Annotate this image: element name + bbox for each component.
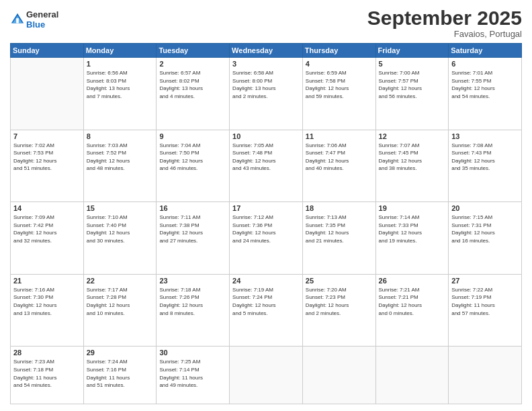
day-number: 12 xyxy=(379,132,446,140)
weekday-header-row: SundayMondayTuesdayWednesdayThursdayFrid… xyxy=(11,44,522,58)
day-number: 27 xyxy=(451,277,519,285)
calendar-cell: 12Sunrise: 7:07 AM Sunset: 7:45 PM Dayli… xyxy=(375,130,449,202)
calendar-week-4: 28Sunrise: 7:23 AM Sunset: 7:18 PM Dayli… xyxy=(11,347,522,404)
calendar-cell: 11Sunrise: 7:06 AM Sunset: 7:47 PM Dayli… xyxy=(302,130,375,202)
calendar-cell: 18Sunrise: 7:13 AM Sunset: 7:35 PM Dayli… xyxy=(302,202,375,275)
calendar-cell: 15Sunrise: 7:10 AM Sunset: 7:40 PM Dayli… xyxy=(83,202,157,275)
day-number: 21 xyxy=(13,277,81,285)
calendar-cell xyxy=(302,347,375,404)
day-info: Sunrise: 7:08 AM Sunset: 7:43 PM Dayligh… xyxy=(451,142,519,173)
day-number: 13 xyxy=(451,132,519,140)
day-number: 9 xyxy=(159,132,226,140)
day-number: 29 xyxy=(87,349,154,357)
day-info: Sunrise: 6:59 AM Sunset: 7:58 PM Dayligh… xyxy=(306,69,373,100)
calendar-cell: 28Sunrise: 7:23 AM Sunset: 7:18 PM Dayli… xyxy=(11,347,84,404)
calendar-cell: 16Sunrise: 7:11 AM Sunset: 7:38 PM Dayli… xyxy=(157,202,230,275)
weekday-header-tuesday: Tuesday xyxy=(157,44,230,58)
day-number: 2 xyxy=(159,60,226,68)
day-info: Sunrise: 7:09 AM Sunset: 7:42 PM Dayligh… xyxy=(13,214,81,244)
day-info: Sunrise: 7:25 AM Sunset: 7:14 PM Dayligh… xyxy=(159,358,226,389)
logo-blue: Blue xyxy=(26,19,58,30)
calendar-cell: 21Sunrise: 7:16 AM Sunset: 7:30 PM Dayli… xyxy=(11,274,84,347)
day-info: Sunrise: 7:12 AM Sunset: 7:36 PM Dayligh… xyxy=(232,214,300,244)
day-info: Sunrise: 7:24 AM Sunset: 7:16 PM Dayligh… xyxy=(87,358,154,389)
calendar-cell: 8Sunrise: 7:03 AM Sunset: 7:52 PM Daylig… xyxy=(83,130,157,202)
day-number: 28 xyxy=(13,349,81,357)
day-info: Sunrise: 7:22 AM Sunset: 7:19 PM Dayligh… xyxy=(451,286,519,317)
weekday-header-monday: Monday xyxy=(83,44,157,58)
calendar-cell: 9Sunrise: 7:04 AM Sunset: 7:50 PM Daylig… xyxy=(157,130,230,202)
weekday-header-saturday: Saturday xyxy=(449,44,522,58)
logo-text: General Blue xyxy=(26,9,58,30)
day-number: 24 xyxy=(232,277,300,285)
day-info: Sunrise: 7:17 AM Sunset: 7:28 PM Dayligh… xyxy=(87,286,154,317)
weekday-header-sunday: Sunday xyxy=(11,44,84,58)
logo-icon xyxy=(10,12,25,27)
day-number: 15 xyxy=(87,204,154,212)
day-info: Sunrise: 7:20 AM Sunset: 7:23 PM Dayligh… xyxy=(306,286,373,317)
day-info: Sunrise: 7:03 AM Sunset: 7:52 PM Dayligh… xyxy=(87,142,154,173)
day-info: Sunrise: 7:15 AM Sunset: 7:31 PM Dayligh… xyxy=(451,214,519,244)
day-number: 5 xyxy=(379,60,446,68)
calendar-cell: 25Sunrise: 7:20 AM Sunset: 7:23 PM Dayli… xyxy=(302,274,375,347)
calendar-cell: 22Sunrise: 7:17 AM Sunset: 7:28 PM Dayli… xyxy=(83,274,157,347)
calendar-cell xyxy=(449,347,522,404)
day-number: 3 xyxy=(232,60,300,68)
calendar-cell: 7Sunrise: 7:02 AM Sunset: 7:53 PM Daylig… xyxy=(11,130,84,202)
day-number: 20 xyxy=(451,204,519,212)
day-number: 8 xyxy=(87,132,154,140)
day-info: Sunrise: 6:58 AM Sunset: 8:00 PM Dayligh… xyxy=(232,69,300,100)
day-info: Sunrise: 7:05 AM Sunset: 7:48 PM Dayligh… xyxy=(232,142,300,173)
calendar-cell: 17Sunrise: 7:12 AM Sunset: 7:36 PM Dayli… xyxy=(230,202,303,275)
day-info: Sunrise: 7:18 AM Sunset: 7:26 PM Dayligh… xyxy=(159,286,226,317)
weekday-header-friday: Friday xyxy=(375,44,449,58)
calendar-cell xyxy=(230,347,303,404)
calendar-cell: 13Sunrise: 7:08 AM Sunset: 7:43 PM Dayli… xyxy=(449,130,522,202)
calendar-cell: 10Sunrise: 7:05 AM Sunset: 7:48 PM Dayli… xyxy=(230,130,303,202)
day-number: 25 xyxy=(306,277,373,285)
header: General Blue September 2025 Favaios, Por… xyxy=(10,7,522,39)
day-number: 7 xyxy=(13,132,81,140)
day-number: 6 xyxy=(451,60,519,68)
calendar-cell: 24Sunrise: 7:19 AM Sunset: 7:24 PM Dayli… xyxy=(230,274,303,347)
calendar-cell: 4Sunrise: 6:59 AM Sunset: 7:58 PM Daylig… xyxy=(302,58,375,130)
calendar-week-2: 14Sunrise: 7:09 AM Sunset: 7:42 PM Dayli… xyxy=(11,202,522,275)
day-info: Sunrise: 7:07 AM Sunset: 7:45 PM Dayligh… xyxy=(379,142,446,173)
calendar-cell: 3Sunrise: 6:58 AM Sunset: 8:00 PM Daylig… xyxy=(230,58,303,130)
day-info: Sunrise: 6:56 AM Sunset: 8:03 PM Dayligh… xyxy=(87,69,154,100)
day-info: Sunrise: 7:02 AM Sunset: 7:53 PM Dayligh… xyxy=(13,142,81,173)
day-info: Sunrise: 7:01 AM Sunset: 7:55 PM Dayligh… xyxy=(451,69,519,100)
weekday-header-thursday: Thursday xyxy=(302,44,375,58)
day-info: Sunrise: 7:00 AM Sunset: 7:57 PM Dayligh… xyxy=(379,69,446,100)
calendar-week-3: 21Sunrise: 7:16 AM Sunset: 7:30 PM Dayli… xyxy=(11,274,522,347)
day-info: Sunrise: 6:57 AM Sunset: 8:02 PM Dayligh… xyxy=(159,69,226,100)
calendar-cell: 2Sunrise: 6:57 AM Sunset: 8:02 PM Daylig… xyxy=(157,58,230,130)
calendar-cell: 5Sunrise: 7:00 AM Sunset: 7:57 PM Daylig… xyxy=(375,58,449,130)
day-number: 26 xyxy=(379,277,446,285)
month-title: September 2025 xyxy=(367,7,522,29)
day-info: Sunrise: 7:04 AM Sunset: 7:50 PM Dayligh… xyxy=(159,142,226,173)
svg-rect-2 xyxy=(16,18,19,23)
calendar-week-1: 7Sunrise: 7:02 AM Sunset: 7:53 PM Daylig… xyxy=(11,130,522,202)
calendar-cell xyxy=(11,58,84,130)
day-info: Sunrise: 7:19 AM Sunset: 7:24 PM Dayligh… xyxy=(232,286,300,317)
day-info: Sunrise: 7:10 AM Sunset: 7:40 PM Dayligh… xyxy=(87,214,154,244)
day-number: 4 xyxy=(306,60,373,68)
day-number: 22 xyxy=(87,277,154,285)
day-info: Sunrise: 7:23 AM Sunset: 7:18 PM Dayligh… xyxy=(13,358,81,389)
day-info: Sunrise: 7:16 AM Sunset: 7:30 PM Dayligh… xyxy=(13,286,81,317)
location: Favaios, Portugal xyxy=(367,29,522,39)
day-info: Sunrise: 7:13 AM Sunset: 7:35 PM Dayligh… xyxy=(306,214,373,244)
day-info: Sunrise: 7:11 AM Sunset: 7:38 PM Dayligh… xyxy=(159,214,226,244)
calendar-week-0: 1Sunrise: 6:56 AM Sunset: 8:03 PM Daylig… xyxy=(11,58,522,130)
day-number: 11 xyxy=(306,132,373,140)
calendar-table: SundayMondayTuesdayWednesdayThursdayFrid… xyxy=(10,43,522,404)
calendar-cell: 20Sunrise: 7:15 AM Sunset: 7:31 PM Dayli… xyxy=(449,202,522,275)
day-number: 16 xyxy=(159,204,226,212)
calendar-cell: 29Sunrise: 7:24 AM Sunset: 7:16 PM Dayli… xyxy=(83,347,157,404)
calendar-cell: 26Sunrise: 7:21 AM Sunset: 7:21 PM Dayli… xyxy=(375,274,449,347)
title-block: September 2025 Favaios, Portugal xyxy=(367,7,522,39)
calendar-cell: 30Sunrise: 7:25 AM Sunset: 7:14 PM Dayli… xyxy=(157,347,230,404)
calendar-cell: 1Sunrise: 6:56 AM Sunset: 8:03 PM Daylig… xyxy=(83,58,157,130)
day-number: 1 xyxy=(87,60,154,68)
